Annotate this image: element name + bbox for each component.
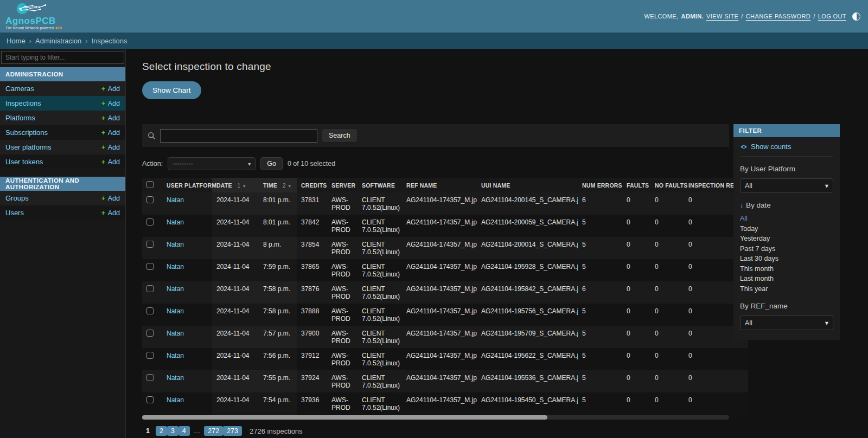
- sidebar-filter-input[interactable]: [1, 51, 124, 64]
- server-cell: AWS-PROD: [327, 304, 358, 326]
- page-link[interactable]: 272: [204, 426, 223, 436]
- show-counts-toggle[interactable]: Show counts: [740, 143, 833, 157]
- user-platform-link[interactable]: Natan: [167, 396, 184, 404]
- sidebar-item[interactable]: Cameras + Add: [0, 81, 125, 96]
- breadcrumb-home[interactable]: Home: [7, 37, 25, 45]
- page-link[interactable]: 3: [167, 426, 178, 436]
- user-platform-link[interactable]: Natan: [167, 285, 184, 293]
- search-button[interactable]: Search: [322, 128, 358, 143]
- sidebar-item-link[interactable]: Cameras: [5, 85, 34, 93]
- change-password-link[interactable]: CHANGE PASSWORD: [746, 13, 810, 20]
- date-filter-option[interactable]: This year: [740, 284, 833, 294]
- date-filter-option[interactable]: Past 7 days: [740, 244, 833, 254]
- row-checkbox[interactable]: [146, 330, 154, 337]
- col-server[interactable]: SERVER: [327, 178, 358, 192]
- page-link[interactable]: 4: [178, 426, 190, 436]
- add-link[interactable]: + Add: [101, 195, 120, 202]
- breadcrumb-section[interactable]: Administracion: [35, 37, 81, 45]
- user-platform-link[interactable]: Natan: [167, 330, 184, 337]
- add-link[interactable]: + Add: [101, 144, 120, 151]
- add-link[interactable]: + Add: [101, 158, 120, 166]
- page-link[interactable]: 2: [156, 426, 167, 436]
- date-filter-option[interactable]: This month: [740, 264, 833, 274]
- scrollbar-thumb[interactable]: [142, 415, 547, 420]
- sidebar-item-link[interactable]: Groups: [5, 194, 29, 202]
- user-platform-link[interactable]: Natan: [167, 241, 184, 248]
- sidebar-item[interactable]: Platforms + Add: [0, 111, 125, 125]
- ref-name-cell: AG241104-174357_M.jpg: [402, 304, 477, 326]
- add-link[interactable]: + Add: [101, 129, 120, 137]
- col-credits[interactable]: CREDITS: [297, 178, 327, 192]
- changelist-results: Search Action: --------- ▾ Go 0 of 10 se…: [142, 124, 729, 436]
- select-all-checkbox[interactable]: [146, 181, 154, 188]
- log-out-link[interactable]: LOG OUT: [818, 13, 846, 20]
- col-date[interactable]: DATE1 ▼: [212, 178, 259, 192]
- col-user-platform[interactable]: USER PLATFORM: [162, 178, 212, 192]
- sidebar-item[interactable]: User tokens + Add: [0, 154, 125, 169]
- sidebar-item-link[interactable]: Inspections: [5, 99, 41, 107]
- sidebar-item-link[interactable]: User platforms: [5, 143, 52, 151]
- search-input[interactable]: [160, 129, 317, 143]
- sidebar-item[interactable]: Inspections + Add: [0, 96, 125, 111]
- col-faults[interactable]: FAULTS: [622, 178, 650, 192]
- add-link[interactable]: + Add: [101, 85, 120, 93]
- user-platform-link[interactable]: Natan: [167, 263, 184, 270]
- sidebar-item-link[interactable]: Platforms: [5, 114, 35, 122]
- sidebar-item-link[interactable]: Subscriptions: [5, 128, 48, 137]
- show-chart-button[interactable]: Show Chart: [142, 81, 201, 99]
- view-site-link[interactable]: VIEW SITE: [706, 13, 738, 20]
- sidebar-item[interactable]: Subscriptions + Add: [0, 125, 125, 140]
- col-uui-name[interactable]: UUI NAME: [477, 178, 578, 192]
- user-platform-link[interactable]: Natan: [167, 307, 184, 315]
- col-num-errors[interactable]: NUM ERRORS: [578, 178, 622, 192]
- user-platform-filter-select[interactable]: All ▾: [740, 178, 833, 193]
- row-checkbox[interactable]: [146, 263, 154, 270]
- sidebar-item[interactable]: Groups + Add: [0, 191, 125, 205]
- theme-toggle-icon[interactable]: [852, 12, 860, 21]
- add-link[interactable]: + Add: [101, 100, 120, 107]
- user-platform-link[interactable]: Natan: [167, 374, 184, 382]
- sidebar-item-link[interactable]: Users: [5, 209, 24, 217]
- sidebar-item-link[interactable]: User tokens: [5, 158, 43, 166]
- credits-cell: 37888: [297, 304, 327, 326]
- row-checkbox[interactable]: [146, 285, 154, 292]
- row-checkbox[interactable]: [146, 218, 154, 226]
- sidebar-item[interactable]: User platforms + Add: [0, 140, 125, 154]
- brand-logo[interactable]: AgnosPCB The Neural Network powered AOI: [5, 2, 73, 30]
- user-platform-link[interactable]: Natan: [167, 352, 184, 359]
- brand-name: AgnosPCB: [5, 16, 73, 25]
- col-software[interactable]: SOFTWARE: [358, 178, 402, 192]
- user-platform-link[interactable]: Natan: [167, 196, 184, 204]
- uui-name-cell: AG241104-195756_S_CAMERA.jpg: [477, 304, 578, 326]
- horizontal-scrollbar[interactable]: [142, 415, 729, 420]
- date-filter-option[interactable]: Today: [740, 224, 833, 234]
- sort-desc-icon[interactable]: ▼: [242, 184, 246, 189]
- actions-row: Action: --------- ▾ Go 0 of 10 selected: [142, 157, 729, 170]
- row-checkbox[interactable]: [146, 374, 154, 381]
- row-checkbox[interactable]: [146, 307, 154, 314]
- sidebar-item[interactable]: Users + Add: [0, 205, 125, 220]
- selection-counter: 0 of 10 selected: [288, 160, 335, 168]
- date-filter-option[interactable]: All: [740, 214, 833, 224]
- ref-name-filter-select[interactable]: All ▾: [740, 315, 833, 330]
- go-button[interactable]: Go: [260, 157, 283, 170]
- user-platform-link[interactable]: Natan: [167, 218, 184, 226]
- sort-desc-icon[interactable]: ▼: [288, 184, 292, 189]
- row-checkbox[interactable]: [146, 352, 154, 359]
- add-link[interactable]: + Add: [101, 114, 120, 122]
- date-filter-option[interactable]: Last month: [740, 274, 833, 284]
- col-no-faults[interactable]: NO FAULTS: [650, 178, 684, 192]
- action-select[interactable]: --------- ▾: [168, 157, 256, 170]
- page-link[interactable]: 273: [223, 426, 242, 436]
- time-cell: 8 p.m.: [259, 237, 297, 259]
- plus-icon: +: [101, 158, 105, 166]
- add-link[interactable]: + Add: [101, 209, 120, 217]
- time-cell: 7:57 p.m.: [259, 326, 297, 348]
- col-time[interactable]: TIME2 ▼: [259, 178, 297, 192]
- row-checkbox[interactable]: [146, 196, 154, 203]
- date-filter-option[interactable]: Yesterday: [740, 234, 833, 244]
- row-checkbox[interactable]: [146, 396, 154, 403]
- date-filter-option[interactable]: Last 30 days: [740, 254, 833, 264]
- row-checkbox[interactable]: [146, 241, 154, 248]
- col-ref-name[interactable]: REF NAME: [402, 178, 477, 192]
